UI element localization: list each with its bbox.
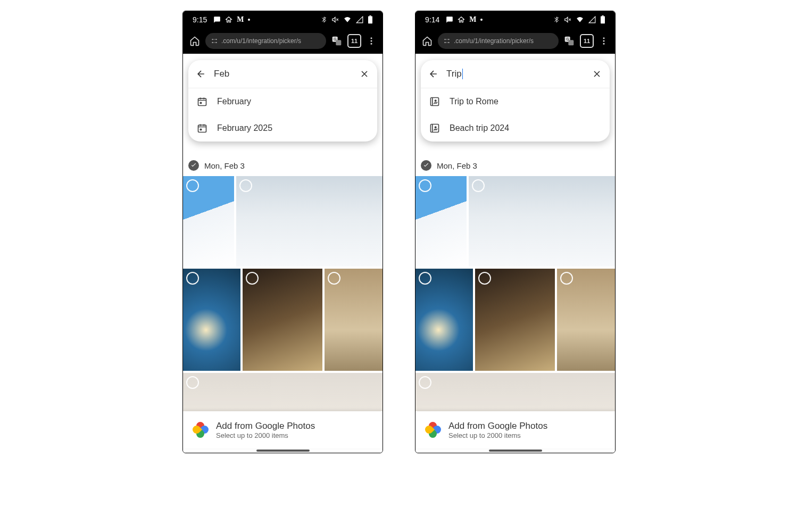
gmail-icon: M [237,15,244,24]
bottom-banner[interactable]: Add from Google Photos Select up to 2000… [183,411,383,448]
tab-count[interactable]: 11 [580,34,594,48]
photo-thumb[interactable] [243,269,322,371]
menu-icon[interactable] [599,36,609,46]
photo-thumb[interactable] [236,176,383,267]
svg-point-27 [603,43,605,45]
select-circle-icon[interactable] [472,179,485,192]
clear-icon[interactable] [359,69,370,79]
photo-grid [415,176,615,439]
url-bar[interactable]: .com/u/1/integration/picker/s [205,33,326,49]
select-circle-icon[interactable] [186,376,199,389]
svg-rect-1 [369,15,371,16]
back-icon[interactable] [428,69,439,79]
date-header-label: Mon, Feb 3 [437,161,477,170]
browser-bar: .com/u/1/integration/picker/s G 11 [415,28,615,54]
search-suggestion[interactable]: Trip to Rome [421,88,610,115]
photo-thumb[interactable] [557,269,615,371]
photo-thumb[interactable] [183,176,234,267]
search-suggestion[interactable]: February [188,88,377,115]
calendar-icon [197,96,207,107]
select-all-day-icon[interactable] [421,160,431,171]
search-input[interactable]: Feb [214,69,352,79]
url-text: .com/u/1/integration/picker/s [221,37,301,45]
svg-rect-12 [198,98,206,105]
home-button-icon[interactable] [422,36,433,46]
album-icon [429,123,440,134]
select-circle-icon[interactable] [419,376,431,389]
banner-title: Add from Google Photos [448,421,547,431]
photo-thumb[interactable] [415,176,467,267]
svg-point-3 [215,39,217,40]
date-header[interactable]: Mon, Feb 3 [188,160,245,171]
suggestion-label: Trip to Rome [450,97,498,106]
photo-thumb[interactable] [469,176,615,267]
select-circle-icon[interactable] [478,272,491,285]
photo-thumb[interactable] [475,269,555,371]
photo-picker-content: Mon, Feb 3 Feb Feb [183,54,383,453]
svg-rect-16 [601,16,605,24]
google-photos-icon [193,422,209,438]
photo-picker-content: Mon, Feb 3 Trip Tr [415,54,615,453]
site-settings-icon [443,37,451,45]
search-suggestion[interactable]: February 2025 [188,115,377,142]
home-indicator[interactable] [489,450,542,452]
wifi-icon [343,16,352,23]
mute-icon [331,16,339,23]
select-all-day-icon[interactable] [188,160,199,171]
clear-icon[interactable] [592,69,602,79]
select-circle-icon[interactable] [560,272,573,285]
banner-title: Add from Google Photos [216,421,315,431]
calendar-icon [197,123,207,134]
select-circle-icon[interactable] [419,272,431,285]
svg-rect-23 [568,40,573,45]
chat-icon [446,16,453,23]
tab-count[interactable]: 11 [347,34,361,48]
svg-point-10 [371,40,372,42]
svg-point-4 [212,42,213,43]
svg-point-31 [435,127,436,128]
select-circle-icon[interactable] [239,179,252,192]
date-header[interactable]: Mon, Feb 3 [421,160,477,171]
photo-grid [183,176,383,439]
svg-point-19 [448,39,449,40]
banner-subtitle: Select up to 2000 items [448,431,547,439]
select-circle-icon[interactable] [246,272,259,285]
back-icon[interactable] [196,69,206,79]
suggestion-label: February 2025 [217,123,272,133]
search-suggestion[interactable]: Beach trip 2024 [421,115,610,142]
select-circle-icon[interactable] [186,179,199,192]
home-button-icon[interactable] [189,36,200,46]
svg-point-11 [371,43,372,45]
svg-text:G: G [566,37,569,41]
wifi-icon [576,16,584,23]
home-icon [225,16,232,23]
svg-point-5 [215,42,217,43]
svg-point-15 [200,129,202,130]
translate-icon[interactable]: G [331,36,342,46]
svg-point-20 [444,42,445,43]
bluetooth-icon [553,16,560,23]
gmail-icon: M [469,15,476,24]
svg-point-26 [603,40,605,42]
search-input[interactable]: Trip [446,69,584,80]
mute-icon [564,16,571,23]
url-bar[interactable]: .com/u/1/integration/picker/s [438,33,559,49]
bluetooth-icon [321,16,327,23]
svg-point-21 [448,42,449,43]
battery-icon [600,15,605,24]
photo-thumb[interactable] [325,269,383,371]
select-circle-icon[interactable] [419,179,431,192]
svg-rect-28 [431,98,439,106]
suggestion-label: February [217,97,251,106]
select-circle-icon[interactable] [186,272,199,285]
photo-thumb[interactable] [183,269,240,371]
phone-right: 9:14 M .com/u/1/integration/picker/s G 1… [415,11,616,453]
chat-icon [213,16,221,23]
home-indicator[interactable] [256,450,310,452]
bottom-banner[interactable]: Add from Google Photos Select up to 2000… [415,411,615,448]
select-circle-icon[interactable] [328,272,340,285]
menu-icon[interactable] [367,36,376,46]
google-photos-icon [425,422,441,438]
photo-thumb[interactable] [415,269,473,371]
translate-icon[interactable]: G [564,36,575,46]
